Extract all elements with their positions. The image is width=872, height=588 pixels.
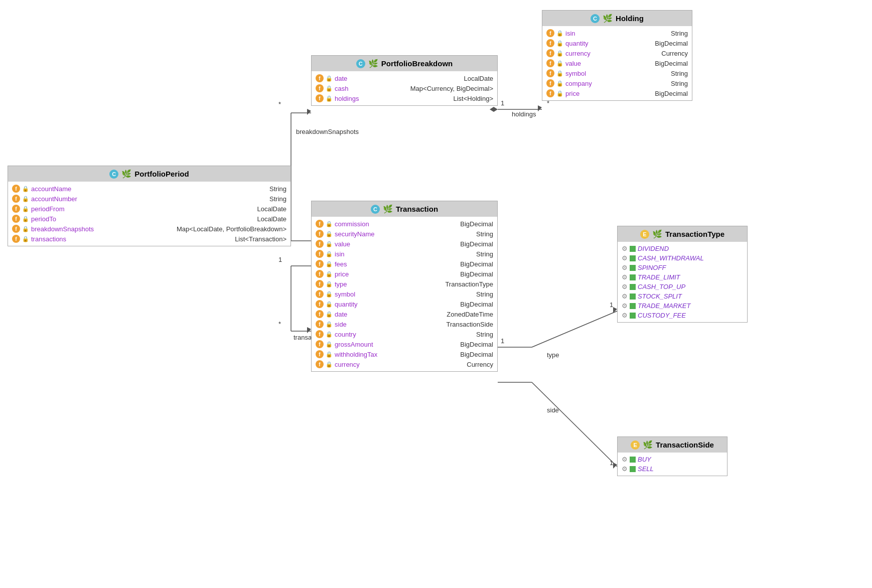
- field-breakdownsnapshots: f 🔒 breakdownSnapshots Map<LocalDate, Po…: [8, 224, 290, 234]
- fname-periodfrom: periodFrom: [31, 205, 251, 213]
- svg-line-12: [532, 311, 617, 347]
- enum-icon-spinoff: ⚙: [622, 264, 628, 271]
- ftype-pb-cash: Map<Currency, BigDecimal>: [410, 85, 493, 92]
- enum-icon-trademarket: ⚙: [622, 302, 628, 310]
- lock-h-company: 🔒: [556, 80, 563, 87]
- eval-cashwithdrawal: CASH_WITHDRAWAL: [638, 254, 743, 262]
- eval-tradelimit: TRADE_LIMIT: [638, 273, 743, 281]
- enum-spinoff: ⚙ SPINOFF: [618, 263, 747, 272]
- field-h-symbol: f 🔒 symbol String: [542, 68, 692, 78]
- class-body-holding: f 🔒 isin String f 🔒 quantity BigDecimal …: [542, 26, 692, 100]
- f-icon-h-currency: f: [546, 49, 554, 57]
- ftype-t-fees: BigDecimal: [460, 260, 493, 268]
- lock-periodto: 🔒: [22, 215, 29, 222]
- class-body-portfoliobreakdown: f 🔒 date LocalDate f 🔒 cash Map<Currency…: [312, 71, 497, 105]
- svg-marker-14: [613, 307, 617, 313]
- fname-t-value: value: [335, 240, 454, 248]
- green-buy: [630, 457, 636, 463]
- class-body-transactionside: ⚙ BUY ⚙ SELL: [618, 453, 727, 476]
- ftype-t-quantity: BigDecimal: [460, 301, 493, 308]
- ftype-t-value: BigDecimal: [460, 240, 493, 248]
- f-icon-h-price: f: [546, 89, 554, 97]
- class-name-portfolioperiod: PortfolioPeriod: [134, 170, 189, 178]
- enum-icon-custodyfee: ⚙: [622, 312, 628, 319]
- eval-custodyfee: CUSTODY_FEE: [638, 312, 743, 319]
- class-transactionside: E 🌿 TransactionSide ⚙ BUY ⚙ SELL: [617, 436, 728, 476]
- eval-stocksplit: STOCK_SPLIT: [638, 292, 743, 300]
- svg-marker-6: [538, 105, 542, 111]
- fname-t-fees: fees: [335, 260, 454, 268]
- ftype-h-company: String: [671, 80, 688, 87]
- lock-t-type: 🔒: [326, 280, 333, 287]
- lock-t-commission: 🔒: [326, 220, 333, 227]
- ftype-t-securityname: String: [476, 230, 493, 238]
- eval-dividend: DIVIDEND: [638, 245, 743, 252]
- class-header-transaction: C 🌿 Transaction: [312, 201, 497, 217]
- ftype-periodfrom: LocalDate: [257, 205, 286, 213]
- green-cashwithdrawal: [630, 255, 636, 261]
- fname-breakdownsnapshots: breakdownSnapshots: [31, 225, 171, 233]
- fname-t-side: side: [335, 321, 441, 328]
- f-icon-pb-cash: f: [316, 84, 324, 92]
- icon-e-transactionside: E: [631, 440, 640, 450]
- lock-t-date: 🔒: [326, 311, 333, 318]
- fname-accountname: accountName: [31, 185, 263, 193]
- lock-h-symbol: 🔒: [556, 70, 563, 77]
- fname-t-withholdingtax: withholdingTax: [335, 351, 454, 358]
- class-header-holding: C 🌿 Holding: [542, 11, 692, 26]
- field-t-commission: f 🔒 commission BigDecimal: [312, 219, 497, 229]
- field-t-value: f 🔒 value BigDecimal: [312, 239, 497, 249]
- field-t-securityname: f 🔒 securityName String: [312, 229, 497, 239]
- fname-h-company: company: [565, 80, 665, 87]
- ftype-h-isin: String: [671, 30, 688, 37]
- field-t-price: f 🔒 price BigDecimal: [312, 269, 497, 279]
- ftype-periodto: LocalDate: [257, 215, 286, 223]
- f-icon-t-fees: f: [316, 260, 324, 268]
- field-h-company: f 🔒 company String: [542, 78, 692, 88]
- lock-h-price: 🔒: [556, 90, 563, 97]
- class-header-transactionside: E 🌿 TransactionSide: [618, 437, 727, 453]
- ftype-t-isin: String: [476, 250, 493, 258]
- field-h-currency: f 🔒 currency Currency: [542, 48, 692, 58]
- field-periodto: f 🔒 periodTo LocalDate: [8, 214, 290, 224]
- class-transactiontype: E 🌿 TransactionType ⚙ DIVIDEND ⚙ CASH_WI…: [617, 226, 748, 323]
- class-transaction: C 🌿 Transaction f 🔒 commission BigDecima…: [311, 201, 498, 372]
- fname-t-commission: commission: [335, 220, 454, 228]
- class-holding: C 🌿 Holding f 🔒 isin String f 🔒 quantity…: [542, 10, 692, 101]
- icon-leaf-portfoliobreakdown: 🌿: [368, 59, 378, 68]
- green-custodyfee: [630, 313, 636, 319]
- fname-h-value: value: [565, 60, 649, 67]
- green-sell: [630, 466, 636, 472]
- class-name-transactiontype: TransactionType: [665, 230, 724, 238]
- fname-t-price: price: [335, 270, 454, 278]
- green-trademarket: [630, 303, 636, 309]
- f-icon-pb-holdings: f: [316, 94, 324, 102]
- eval-sell: SELL: [638, 465, 723, 473]
- fname-h-currency: currency: [565, 50, 655, 57]
- fname-h-isin: isin: [565, 30, 665, 37]
- lock-periodfrom: 🔒: [22, 205, 29, 212]
- f-icon-t-country: f: [316, 330, 324, 338]
- svg-marker-17: [613, 463, 617, 469]
- field-h-price: f 🔒 price BigDecimal: [542, 88, 692, 98]
- ftype-t-type: TransactionType: [445, 280, 493, 288]
- field-accountnumber: f 🔒 accountNumber String: [8, 194, 290, 204]
- class-body-transaction: f 🔒 commission BigDecimal f 🔒 securityNa…: [312, 217, 497, 371]
- f-icon-h-value: f: [546, 59, 554, 67]
- field-t-isin: f 🔒 isin String: [312, 249, 497, 259]
- rel-holdings: holdings: [512, 110, 536, 118]
- fname-t-securityname: securityName: [335, 230, 470, 238]
- ftype-t-country: String: [476, 331, 493, 338]
- f-icon-t-symbol: f: [316, 290, 324, 298]
- enum-buy: ⚙ BUY: [618, 455, 727, 464]
- f-icon-h-isin: f: [546, 29, 554, 37]
- f-icon-t-commission: f: [316, 220, 324, 228]
- f-icon-t-side: f: [316, 320, 324, 328]
- f-icon-pb-date: f: [316, 74, 324, 82]
- class-name-portfoliobreakdown: PortfolioBreakdown: [381, 59, 453, 68]
- eval-cashtopup: CASH_TOP_UP: [638, 283, 743, 290]
- enum-sell: ⚙ SELL: [618, 464, 727, 474]
- ftype-h-price: BigDecimal: [655, 90, 688, 97]
- field-transactions: f 🔒 transactions List<Transaction>: [8, 234, 290, 244]
- class-header-portfoliobreakdown: C 🌿 PortfolioBreakdown: [312, 56, 497, 71]
